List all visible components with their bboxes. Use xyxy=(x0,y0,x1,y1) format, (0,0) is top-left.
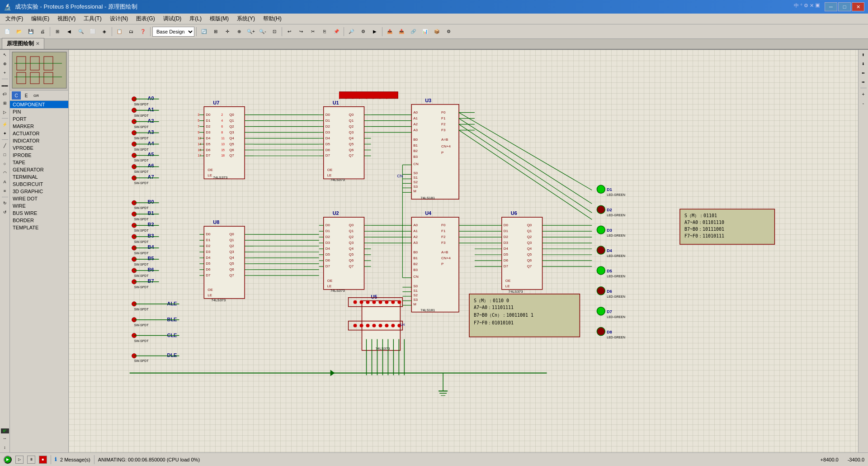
lt-line[interactable]: ╱ xyxy=(1,142,9,150)
menu-help[interactable]: 帮助(H) xyxy=(259,14,285,24)
canvas-area[interactable]: A0 A1 A2 A3 A4 A5 A6 A7 SW-SPDT SW-SPDT xyxy=(69,50,858,452)
rt-btn3[interactable]: ⬅ xyxy=(859,69,868,77)
tb-save[interactable]: 💾 xyxy=(25,26,36,37)
rt-btn2[interactable]: ⬇ xyxy=(859,60,868,68)
lt-component[interactable]: ⊕ xyxy=(1,60,9,68)
tb-zoomin[interactable]: 🔍+ xyxy=(245,26,256,37)
restore-button[interactable]: □ xyxy=(838,2,851,11)
lt-arc[interactable]: ◠ xyxy=(1,169,9,177)
lt-symbol[interactable]: ≡ xyxy=(1,187,9,195)
sidebar-item-buswire[interactable]: BUS WIRE xyxy=(10,209,68,217)
menu-debug[interactable]: 调试(D) xyxy=(160,14,185,24)
tb-undo[interactable]: ↩ xyxy=(284,26,295,37)
tb-new[interactable]: 📄 xyxy=(2,26,13,37)
tb-open[interactable]: 📂 xyxy=(14,26,24,37)
rt-btn4[interactable]: ➡ xyxy=(859,78,868,86)
tb-copy[interactable]: ⎘ xyxy=(319,26,330,37)
step-button[interactable]: ▷ xyxy=(15,456,24,464)
sidebar-item-generator[interactable]: GENERATOR xyxy=(10,166,68,173)
tb-netlist[interactable]: 🔗 xyxy=(408,26,419,37)
tb-btn8[interactable]: ❓ xyxy=(137,26,148,37)
sidebar-item-wiredot[interactable]: WIRE DOT xyxy=(10,195,68,202)
rt-zoomout[interactable]: - xyxy=(859,99,868,107)
tb-grid[interactable]: ⊞ xyxy=(210,26,221,37)
sidebar-item-vprobe[interactable]: VPROBE xyxy=(10,144,68,152)
lt-bus[interactable]: ▬▬ xyxy=(1,81,9,89)
play-button[interactable]: ▶ xyxy=(4,456,12,464)
sidebar-item-3dgraphic[interactable]: 3D GRAPHIC xyxy=(10,188,68,195)
lt-select[interactable]: ↖ xyxy=(1,51,9,59)
tb-3d[interactable]: 📦 xyxy=(431,26,442,37)
sidebar-item-iprobe[interactable]: IPROBE xyxy=(10,152,68,159)
tb-bom[interactable]: 📊 xyxy=(420,26,430,37)
rt-btn1[interactable]: ⬆ xyxy=(859,51,868,59)
lt-probe[interactable]: ⚡ xyxy=(1,120,9,128)
minimize-button[interactable]: ─ xyxy=(825,2,837,11)
menu-graph[interactable]: 图表(G) xyxy=(132,14,158,24)
sidebar-item-marker[interactable]: MARKER xyxy=(10,123,68,130)
menu-file[interactable]: 文件(F) xyxy=(2,14,27,24)
tb-btn1[interactable]: ⊞ xyxy=(52,26,63,37)
tab-schematic[interactable]: 原理图绘制 ✕ xyxy=(2,38,44,49)
sidebar-item-terminal[interactable]: TERMINAL xyxy=(10,173,68,181)
lt-text[interactable]: A xyxy=(1,178,9,186)
tb-btn2[interactable]: ◀ xyxy=(64,26,75,37)
sidebar-icon-graphics[interactable]: GR xyxy=(32,91,41,100)
close-button[interactable]: ✕ xyxy=(852,2,864,11)
lt-circle[interactable]: ○ xyxy=(1,160,9,168)
tb-redo[interactable]: ↪ xyxy=(296,26,307,37)
pause-button[interactable]: ⏸ xyxy=(27,456,35,464)
lt-port[interactable]: ▷ xyxy=(1,108,9,116)
tb-btn4[interactable]: ⬜ xyxy=(87,26,98,37)
lt-rect[interactable]: □ xyxy=(1,151,9,159)
tb-prop[interactable]: ⚙ xyxy=(358,26,368,37)
tab-close-icon[interactable]: ✕ xyxy=(36,41,39,46)
tb-import[interactable]: 📥 xyxy=(396,26,407,37)
tb-fit[interactable]: ⊡ xyxy=(269,26,280,37)
sidebar-icon-c[interactable]: C xyxy=(12,91,21,100)
sidebar-item-tape[interactable]: TAPE xyxy=(10,159,68,166)
sidebar-item-port[interactable]: PORT xyxy=(10,115,68,123)
tb-btn7[interactable]: 🗂 xyxy=(126,26,137,37)
design-dropdown[interactable]: Base Design xyxy=(152,27,194,37)
tb-origin[interactable]: ⊕ xyxy=(234,26,245,37)
sidebar-item-component[interactable]: COMPONENT xyxy=(10,101,68,108)
lt-rotate-ccw[interactable]: ↺ xyxy=(1,208,9,216)
tb-refresh[interactable]: 🔄 xyxy=(198,26,209,37)
menu-template[interactable]: 模版(M) xyxy=(206,14,232,24)
sidebar-item-template[interactable]: TEMPLATE xyxy=(10,224,68,231)
tb-cross[interactable]: ✛ xyxy=(222,26,233,37)
lt-rotate-cw[interactable]: ↻ xyxy=(1,199,9,207)
lt-flip-h[interactable]: ↔ xyxy=(1,434,9,442)
tb-search[interactable]: 🔎 xyxy=(346,26,357,37)
sidebar-item-wire[interactable]: WIRE xyxy=(10,202,68,209)
sidebar-icon-e[interactable]: E xyxy=(22,91,31,100)
lt-flip-v[interactable]: ↕ xyxy=(1,443,9,452)
sidebar-item-indicator[interactable]: INDICATOR xyxy=(10,137,68,144)
menu-system[interactable]: 系统(Y) xyxy=(233,14,259,24)
lt-label[interactable]: 🏷 xyxy=(1,90,9,98)
tb-zoomout[interactable]: 🔍- xyxy=(257,26,268,37)
sidebar-item-pin[interactable]: PIN xyxy=(10,108,68,115)
stop-button[interactable]: ■ xyxy=(39,456,47,464)
tb-settings[interactable]: ⚙ xyxy=(443,26,454,37)
menu-design[interactable]: 设计(N) xyxy=(106,14,132,24)
lt-wire[interactable]: + xyxy=(1,69,9,77)
sidebar-item-actuator[interactable]: ACTUATOR xyxy=(10,130,68,137)
sidebar-item-border[interactable]: BORDER xyxy=(10,217,68,224)
lt-net[interactable]: ⊞ xyxy=(1,99,9,107)
menu-tools[interactable]: 工具(T) xyxy=(80,14,105,24)
tb-cut[interactable]: ✂ xyxy=(307,26,318,37)
menu-library[interactable]: 库(L) xyxy=(186,14,205,24)
tb-btn3[interactable]: 🔍 xyxy=(75,26,86,37)
tb-btn5[interactable]: ◈ xyxy=(99,26,110,37)
menu-view[interactable]: 视图(V) xyxy=(54,14,79,24)
tb-run[interactable]: ▶ xyxy=(369,26,380,37)
menu-edit[interactable]: 编辑(E) xyxy=(28,14,53,24)
tb-export[interactable]: 📤 xyxy=(384,26,395,37)
schematic-canvas[interactable]: A0 A1 A2 A3 A4 A5 A6 A7 SW-SPDT SW-SPDT xyxy=(69,50,858,452)
tb-paste[interactable]: 📌 xyxy=(331,26,342,37)
sidebar-item-subcircuit[interactable]: SUBCIRCUIT xyxy=(10,181,68,188)
tb-btn6[interactable]: 📋 xyxy=(114,26,125,37)
lt-marker[interactable]: ✦ xyxy=(1,129,9,138)
